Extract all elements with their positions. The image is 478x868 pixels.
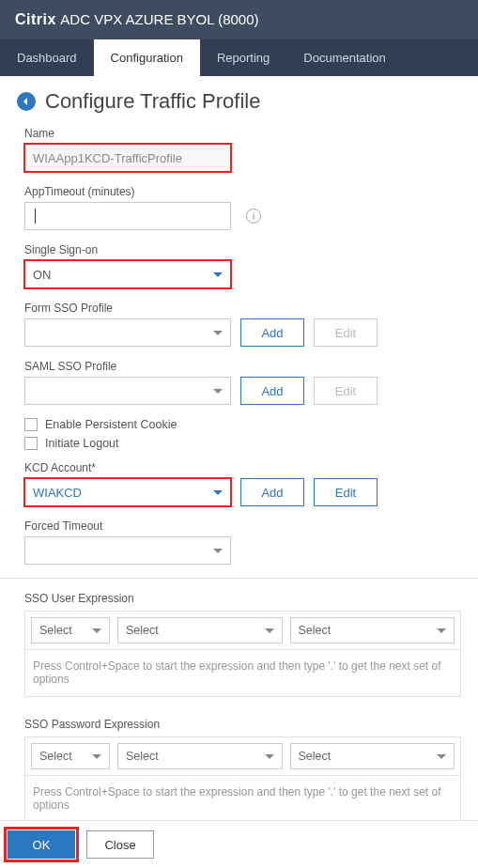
back-button[interactable] — [17, 92, 36, 111]
kcd-label: KCD Account* — [24, 461, 461, 474]
arrow-left-icon — [22, 97, 31, 106]
tab-configuration[interactable]: Configuration — [94, 39, 200, 76]
sso-value: ON — [33, 268, 52, 282]
apptimeout-label: AppTimeout (minutes) — [24, 185, 461, 198]
chevron-down-icon — [213, 331, 223, 335]
samlsso-label: SAML SSO Profile — [24, 360, 461, 373]
chevron-down-icon — [213, 389, 223, 394]
sso-user-expr-select-1[interactable]: Select — [31, 617, 110, 643]
chevron-down-icon — [437, 628, 446, 633]
formsso-add-button[interactable]: Add — [240, 318, 304, 347]
initiate-logout-checkbox[interactable] — [24, 437, 38, 450]
sso-user-expr-hint[interactable]: Press Control+Space to start the express… — [24, 650, 461, 697]
sso-pass-expr-label: SSO Password Expression — [24, 718, 461, 731]
samlsso-select[interactable] — [24, 377, 231, 405]
divider — [0, 578, 478, 579]
sso-pass-expr-builder: Select Select Select — [24, 736, 461, 776]
chevron-down-icon — [265, 628, 274, 633]
chevron-down-icon — [92, 754, 101, 759]
forced-timeout-select[interactable] — [24, 536, 231, 565]
sso-user-expr-label: SSO User Expression — [24, 592, 461, 605]
persistent-cookie-checkbox[interactable] — [24, 418, 38, 431]
formsso-edit-button: Edit — [314, 318, 378, 347]
footer-actions: OK Close — [0, 820, 478, 868]
sso-user-expr-builder: Select Select Select — [24, 611, 461, 650]
close-button[interactable]: Close — [86, 830, 154, 859]
kcd-add-button[interactable]: Add — [240, 478, 304, 506]
sso-label: Single Sign-on — [24, 243, 461, 256]
formsso-label: Form SSO Profile — [24, 302, 461, 315]
kcd-value: WIAKCD — [33, 486, 82, 500]
tab-dashboard[interactable]: Dashboard — [0, 39, 94, 76]
sso-select[interactable]: ON — [24, 260, 231, 288]
forced-timeout-label: Forced Timeout — [24, 519, 461, 533]
sso-pass-expr-hint[interactable]: Press Control+Space to start the express… — [24, 776, 461, 823]
chevron-down-icon — [265, 754, 274, 759]
chevron-down-icon — [213, 490, 223, 495]
info-icon[interactable]: i — [246, 209, 261, 224]
chevron-down-icon — [213, 549, 223, 553]
tab-documentation[interactable]: Documentation — [286, 39, 402, 76]
samlsso-add-button[interactable]: Add — [240, 377, 304, 405]
name-label: Name — [24, 127, 461, 140]
chevron-down-icon — [92, 628, 101, 633]
app-header: Citrix ADC VPX AZURE BYOL (8000) — [0, 0, 478, 39]
brand-name: Citrix — [15, 11, 56, 27]
sso-pass-expr-select-3[interactable]: Select — [290, 743, 455, 769]
formsso-select[interactable] — [24, 318, 231, 347]
tab-reporting[interactable]: Reporting — [200, 39, 286, 76]
ok-button[interactable]: OK — [8, 830, 75, 859]
sso-pass-expr-select-2[interactable]: Select — [117, 743, 283, 769]
sso-user-expr-select-3[interactable]: Select — [290, 617, 455, 643]
main-tabs: Dashboard Configuration Reporting Docume… — [0, 39, 478, 76]
initiate-logout-label: Initiate Logout — [45, 437, 119, 450]
product-name: ADC VPX AZURE BYOL (8000) — [60, 11, 258, 27]
kcd-edit-button[interactable]: Edit — [314, 478, 378, 506]
chevron-down-icon — [213, 272, 223, 277]
sso-pass-expr-select-1[interactable]: Select — [31, 743, 110, 769]
sso-user-expr-select-2[interactable]: Select — [117, 617, 283, 643]
page-title: Configure Traffic Profile — [45, 89, 260, 114]
samlsso-edit-button: Edit — [314, 377, 378, 405]
chevron-down-icon — [437, 754, 446, 759]
apptimeout-input[interactable] — [24, 202, 231, 230]
kcd-select[interactable]: WIAKCD — [24, 478, 231, 506]
persistent-cookie-label: Enable Persistent Cookie — [45, 418, 177, 431]
name-input[interactable] — [24, 144, 231, 172]
